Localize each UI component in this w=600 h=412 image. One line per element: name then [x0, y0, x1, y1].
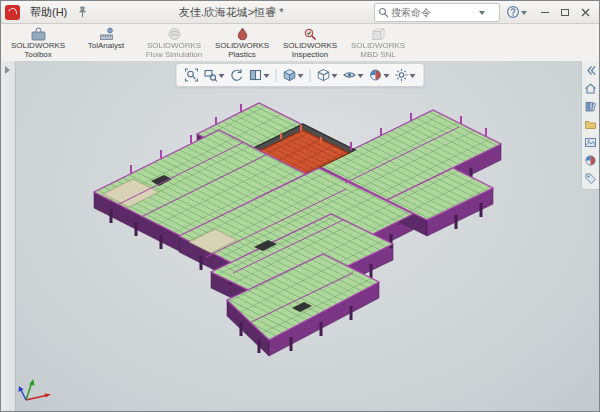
appearance-ball-icon: [369, 68, 383, 82]
view-orientation-button[interactable]: [282, 68, 305, 82]
ribbon-button-flow-simulation[interactable]: SOLIDWORKS Flow Simulation: [141, 25, 207, 61]
x-axis: [26, 394, 51, 400]
tolanalyst-icon: [99, 27, 114, 41]
picture-icon: [584, 136, 597, 149]
chevron-down-icon: [410, 74, 416, 81]
task-pane-tab-view-palette[interactable]: [584, 136, 597, 149]
edit-appearance-button[interactable]: [368, 68, 391, 82]
chevron-down-icon: [521, 11, 527, 18]
zoom-to-fit-icon: [185, 68, 199, 82]
ribbon-button-plastics[interactable]: SOLIDWORKS Plastics: [209, 25, 275, 61]
ribbon-toolbar: SOLIDWORKS Toolbox TolAnalyst SOLIDWORKS…: [1, 24, 599, 62]
home-icon: [584, 82, 597, 95]
task-pane-tab-file-explorer[interactable]: [584, 118, 597, 131]
ribbon-button-label: TolAnalyst: [88, 42, 124, 51]
zoom-to-area-icon: [204, 68, 218, 82]
minimize-button[interactable]: [535, 4, 555, 21]
zoom-to-fit-button[interactable]: [184, 68, 200, 82]
task-pane-tab-design-library[interactable]: [584, 100, 597, 113]
ribbon-button-label: SOLIDWORKS MBD SNL: [346, 42, 410, 59]
books-icon: [584, 100, 597, 113]
solidworks-window: 帮助(H) 友佳.欣海花城>恒睿 * SOLIDWORKS Toolbox: [0, 0, 600, 412]
flow-simulation-icon: [167, 27, 182, 41]
expand-task-pane-button[interactable]: [584, 64, 597, 77]
close-button[interactable]: [575, 4, 595, 21]
mbd-icon: [371, 27, 386, 41]
model-3d[interactable]: [1, 61, 599, 411]
display-style-icon: [317, 68, 331, 82]
ribbon-button-toolbox[interactable]: SOLIDWORKS Toolbox: [5, 25, 71, 61]
appearance-ball-icon: [584, 154, 597, 167]
z-axis: [19, 386, 27, 400]
ribbon-button-label: SOLIDWORKS Toolbox: [6, 42, 70, 59]
ribbon-button-label: SOLIDWORKS Plastics: [210, 42, 274, 59]
title-bar: 帮助(H) 友佳.欣海花城>恒睿 *: [1, 1, 599, 24]
view-settings-button[interactable]: [394, 68, 417, 82]
chevron-down-icon: [384, 74, 390, 81]
chevron-down-icon[interactable]: [479, 11, 485, 18]
expand-feature-manager-icon: [5, 66, 14, 74]
heads-up-view-toolbar: [176, 63, 425, 87]
feature-manager-collapsed-panel[interactable]: [1, 61, 16, 411]
previous-view-icon: [230, 68, 244, 82]
eye-icon: [343, 68, 357, 82]
maximize-icon: [561, 9, 569, 16]
section-view-button[interactable]: [248, 68, 271, 82]
graphics-area[interactable]: [1, 61, 599, 411]
close-icon: [581, 8, 590, 17]
maximize-button[interactable]: [555, 4, 575, 21]
task-pane-tab-custom-properties[interactable]: [584, 172, 597, 185]
ribbon-button-tolanalyst[interactable]: TolAnalyst: [73, 25, 139, 61]
folder-icon: [584, 118, 597, 131]
toolbox-icon: [31, 27, 46, 41]
menu-help[interactable]: 帮助(H): [24, 3, 73, 22]
window-title: 友佳.欣海花城>恒睿 *: [92, 5, 370, 20]
section-view-icon: [249, 68, 263, 82]
reference-triad: [17, 373, 59, 407]
chevron-left-icon: [584, 64, 597, 77]
view-orientation-icon: [283, 68, 297, 82]
solidworks-logo[interactable]: [5, 5, 20, 20]
zoom-to-area-button[interactable]: [203, 68, 226, 82]
chevron-down-icon: [298, 74, 304, 81]
help-icon: [506, 5, 520, 19]
ribbon-button-mbd[interactable]: SOLIDWORKS MBD SNL: [345, 25, 411, 61]
ribbon-button-label: SOLIDWORKS Flow Simulation: [142, 42, 206, 59]
pin-icon[interactable]: [77, 6, 88, 18]
task-pane-tab-appearances[interactable]: [584, 154, 597, 167]
ribbon-button-inspection[interactable]: SOLIDWORKS Inspection: [277, 25, 343, 61]
search-input[interactable]: [389, 6, 479, 19]
toolbar-divider: [310, 69, 311, 82]
toolbar-divider: [276, 69, 277, 82]
chevron-down-icon: [219, 74, 225, 81]
chevron-down-icon: [358, 74, 364, 81]
chevron-down-icon: [332, 74, 338, 81]
view-settings-icon: [395, 68, 409, 82]
hide-show-items-button[interactable]: [342, 68, 365, 82]
inspection-icon: [303, 27, 318, 41]
window-controls: [535, 4, 595, 21]
display-style-button[interactable]: [316, 68, 339, 82]
search-icon: [378, 7, 389, 18]
search-box: [374, 3, 500, 22]
task-pane-tab-resources[interactable]: [584, 82, 597, 95]
chevron-down-icon: [264, 74, 270, 81]
help-button[interactable]: [504, 5, 529, 19]
plastics-icon: [235, 27, 250, 41]
y-axis: [26, 379, 35, 400]
minimize-icon: [541, 12, 549, 13]
task-pane-strip: [581, 61, 599, 190]
previous-view-button[interactable]: [229, 68, 245, 82]
tag-icon: [584, 172, 597, 185]
ribbon-button-label: SOLIDWORKS Inspection: [278, 42, 342, 59]
